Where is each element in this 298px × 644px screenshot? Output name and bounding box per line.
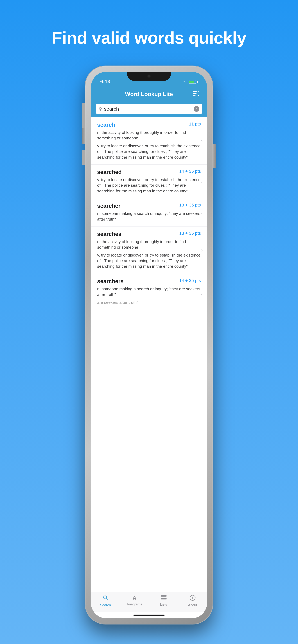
svg-rect-9 (161, 598, 167, 599)
svg-rect-7 (161, 595, 167, 596)
result-item-searched[interactable]: searched 14 + 35 pts v. try to locate or… (91, 164, 207, 198)
chevron-right-icon: › (201, 247, 203, 253)
battery-cap (197, 81, 198, 83)
search-magnifier-icon: ⚲ (99, 106, 102, 112)
search-input[interactable]: search (104, 106, 192, 112)
lists-tab-label: Lists (160, 602, 167, 606)
anagrams-tab-label: Anagrams (127, 602, 142, 606)
tab-search[interactable]: Search (91, 595, 120, 607)
status-time: 6:13 (100, 79, 110, 84)
svg-line-6 (106, 598, 108, 600)
svg-rect-10 (161, 600, 167, 600)
result-points: 13 + 35 pts (179, 231, 201, 236)
about-tab-icon: i (190, 595, 196, 602)
tab-lists[interactable]: Lists (149, 595, 178, 606)
result-points: 14 + 35 pts (179, 169, 201, 174)
chevron-right-icon: › (201, 210, 203, 215)
result-definition-1: n. someone making a search or inquiry; "… (97, 211, 201, 222)
result-header: search 11 pts (97, 122, 201, 128)
result-definition-2: v. try to locate or discover, or try to … (97, 143, 201, 160)
navigation-bar: Word Lookup Lite (91, 87, 207, 101)
hero-title: Find valid words quickly (52, 28, 246, 48)
result-points: 13 + 35 pts (179, 203, 201, 208)
result-points: 14 + 35 pts (179, 278, 201, 283)
phone-notch (127, 72, 171, 81)
chevron-right-icon: › (201, 178, 203, 184)
camera-icon (147, 74, 151, 78)
lists-tab-icon (161, 595, 167, 602)
svg-text:i: i (192, 596, 193, 600)
wifi-icon: ∿ (183, 79, 187, 84)
chevron-right-icon: › (201, 290, 203, 296)
result-word: searched (97, 169, 122, 175)
phone-mockup: 6:13 ∿ Word Lookup Lite (85, 66, 213, 624)
svg-rect-8 (161, 596, 167, 597)
search-bar[interactable]: ⚲ search × (96, 104, 202, 114)
result-definition-1: n. the activity of looking thoroughly in… (97, 130, 201, 141)
results-list: search 11 pts n. the activity of looking… (91, 117, 207, 592)
result-word: searcher (97, 203, 120, 209)
result-points: 11 pts (189, 122, 201, 126)
search-tab-label: Search (100, 603, 111, 607)
svg-marker-3 (198, 91, 199, 92)
phone-shell: 6:13 ∿ Word Lookup Lite (85, 66, 213, 624)
battery-fill (189, 81, 194, 83)
home-indicator-bar (133, 614, 165, 616)
about-tab-label: About (188, 603, 197, 607)
tab-about[interactable]: i About (178, 595, 207, 607)
home-indicator (91, 612, 207, 618)
result-definition-1: n. someone making a search or inquiry; "… (97, 286, 201, 298)
result-definition-1: v. try to locate or discover, or try to … (97, 177, 201, 194)
result-item-searchers[interactable]: searchers 14 + 35 pts n. someone making … (91, 274, 207, 313)
svg-rect-2 (193, 96, 196, 96)
search-clear-button[interactable]: × (194, 106, 199, 112)
result-definition-partial: are seekers after truth" (97, 300, 201, 305)
anagrams-tab-icon: A (132, 595, 136, 602)
result-header: searches 13 + 35 pts (97, 231, 201, 237)
chevron-right-icon: › (201, 138, 203, 144)
result-word: searches (97, 231, 121, 237)
result-word: searchers (97, 278, 123, 284)
status-icons: ∿ (183, 79, 198, 84)
svg-marker-4 (198, 95, 199, 96)
svg-rect-1 (193, 93, 197, 94)
result-definition-2: v. try to locate or discover, or try to … (97, 252, 201, 269)
sort-icon[interactable] (193, 91, 199, 98)
app-title: Word Lookup Lite (125, 91, 173, 98)
tab-bar: Search A Anagrams (91, 592, 207, 612)
result-item-search[interactable]: search 11 pts n. the activity of looking… (91, 117, 207, 164)
result-word: search (97, 122, 115, 128)
result-item-searches[interactable]: searches 13 + 35 pts n. the activity of … (91, 226, 207, 274)
battery-body (189, 80, 196, 84)
svg-rect-0 (193, 91, 197, 92)
battery-icon (189, 80, 198, 84)
search-bar-container: ⚲ search × (91, 101, 207, 117)
search-tab-icon (103, 595, 108, 602)
tab-anagrams[interactable]: A Anagrams (120, 595, 149, 606)
result-definition-1: n. the activity of looking thoroughly in… (97, 239, 201, 250)
phone-screen: 6:13 ∿ Word Lookup Lite (91, 72, 207, 618)
result-header: searched 14 + 35 pts (97, 169, 201, 175)
results-scroll-area[interactable]: search 11 pts n. the activity of looking… (91, 117, 207, 592)
result-header: searchers 14 + 35 pts (97, 278, 201, 284)
result-item-searcher[interactable]: searcher 13 + 35 pts n. someone making a… (91, 198, 207, 226)
result-header: searcher 13 + 35 pts (97, 203, 201, 209)
